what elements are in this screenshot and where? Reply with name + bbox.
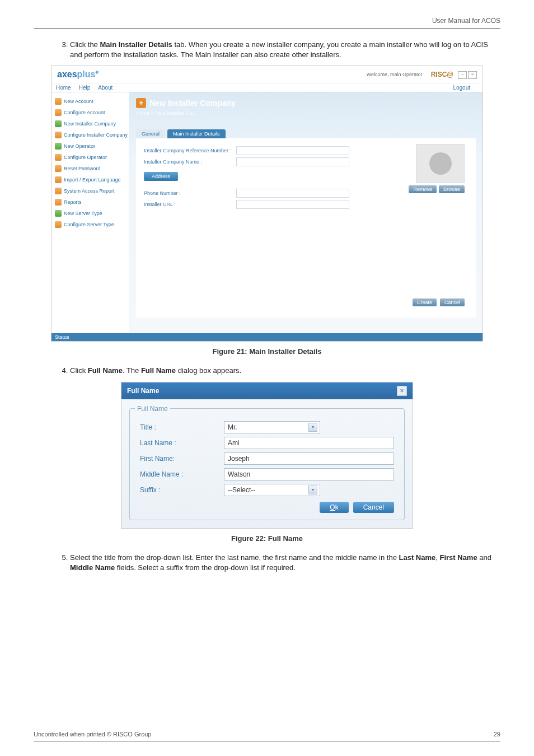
breadcrumb-text: Home > New Installer Co... — [136, 110, 196, 116]
s5-b2: First Name — [439, 553, 477, 562]
sidebar-item-reports[interactable]: Reports — [54, 197, 127, 208]
input-company-name[interactable] — [236, 157, 349, 166]
brand-part1: axes — [57, 69, 77, 79]
input-refnum[interactable] — [236, 146, 349, 155]
ok-button[interactable]: Ok — [320, 502, 348, 513]
minimize-icon[interactable]: – — [458, 71, 467, 79]
step-3: Click the Main Installer Details tab. Wh… — [70, 40, 500, 60]
browse-button[interactable]: Browse — [439, 185, 465, 193]
window-buttons[interactable]: –× — [457, 71, 477, 79]
input-middle-name[interactable]: Watson — [224, 468, 394, 480]
sidebar-item-reset-password[interactable]: Reset Password — [54, 163, 127, 174]
sidebar-item-new-server-type[interactable]: New Server Type — [54, 208, 127, 219]
fieldset-legend: Full Name — [135, 405, 405, 413]
label-last-name: Last Name : — [140, 439, 224, 447]
step-4: Click Full Name. The Full Name dialog bo… — [70, 366, 500, 376]
sidebar-label: Configure Account — [64, 110, 105, 115]
sidebar-label: Configure Installer Company — [64, 132, 128, 138]
sidebar-item-configure-server-type[interactable]: Configure Server Type — [54, 219, 127, 230]
plus-icon — [55, 120, 62, 127]
plus-icon — [55, 143, 62, 150]
s5-b1: Last Name — [399, 553, 435, 562]
photo-placeholder — [416, 144, 465, 183]
tab-general[interactable]: General — [136, 129, 165, 138]
select-title-value: Mr. — [228, 423, 237, 431]
label-middle-name: Middle Name : — [140, 470, 224, 478]
step3-pre: Click the — [70, 40, 100, 49]
window-titlebar: axesplus® Welcome, main Operator RISC@ –… — [51, 66, 483, 83]
select-suffix[interactable]: --Select--▾ — [224, 484, 320, 496]
cancel-button[interactable]: Cancel — [353, 502, 394, 513]
sidebar-item-configure-installer-company[interactable]: Configure Installer Company — [54, 129, 127, 141]
chevronair-down-icon

[interactable]: ▾ — [308, 486, 317, 494]
sidebar-label: Import / Export Language — [64, 177, 121, 183]
menu-about[interactable]: About — [98, 85, 113, 91]
sidebar-label: New Account — [64, 99, 93, 104]
logout-link[interactable]: Logout — [453, 85, 470, 91]
step3-bold: Main Installer Details — [100, 40, 172, 49]
create-button[interactable]: Create — [413, 298, 437, 306]
input-phone[interactable] — [236, 189, 349, 198]
label-url: Installer URL : — [144, 202, 236, 207]
gear-icon — [55, 221, 62, 228]
sidebar-label: Reports — [64, 199, 82, 205]
banner: + New Installer Company Home > New Insta… — [129, 92, 483, 126]
sidebar-label: Configure Server Type — [64, 222, 114, 227]
plus-icon — [55, 210, 62, 217]
menu-home[interactable]: Home — [56, 85, 71, 91]
chevron-down-icon[interactable]: ▾ — [308, 423, 317, 432]
account-icon — [55, 98, 62, 105]
sidebar-item-system-access-report[interactable]: System Access Report — [54, 185, 127, 197]
sidebar-item-new-account[interactable]: New Account — [54, 96, 127, 107]
input-url[interactable] — [236, 200, 349, 209]
globe-icon — [55, 176, 62, 183]
sidebar-item-import-export-language[interactable]: Import / Export Language — [54, 174, 127, 185]
sidebar-label: New Installer Company — [64, 121, 116, 127]
sidebar: New Account Configure Account New Instal… — [51, 92, 129, 333]
step-5: Select the title from the drop-down list… — [70, 553, 500, 573]
address-button[interactable]: Address — [144, 172, 178, 181]
remove-button[interactable]: Remove — [409, 185, 437, 193]
sidebar-item-configure-operator[interactable]: Configure Operator — [54, 152, 127, 163]
input-first-name[interactable]: Joseph — [224, 452, 394, 465]
sidebar-label: System Access Report — [64, 188, 115, 194]
step4-t1: Click — [70, 366, 88, 375]
brand-part2: plus — [77, 69, 96, 79]
input-last-name[interactable]: Ami — [224, 437, 394, 449]
select-title[interactable]: Mr.▾ — [224, 421, 320, 433]
screenshot-full-name-dialog: Full Name × Full Name Title : Mr.▾ Last … — [121, 382, 413, 529]
menu-help[interactable]: Help — [79, 85, 91, 91]
step4-b1: Full Name — [88, 366, 123, 375]
cancel-button[interactable]: Cancel — [440, 298, 465, 306]
sidebar-label: Configure Operator — [64, 155, 107, 160]
close-icon[interactable]: × — [468, 71, 477, 79]
welcome-text: Welcome, main Operator — [367, 72, 423, 77]
dialog-titlebar: Full Name × — [121, 382, 413, 399]
brand-logo: axesplus® — [57, 69, 99, 80]
label-title: Title : — [140, 423, 224, 431]
sidebar-item-configure-account[interactable]: Configure Account — [54, 107, 127, 118]
label-refnum: Installer Company Reference Number : — [144, 148, 236, 153]
close-icon[interactable]: × — [397, 386, 407, 396]
s5-t3: and — [477, 553, 491, 562]
silhouette-icon — [429, 152, 452, 175]
risco-logo: RISC@ — [431, 71, 453, 78]
brand-tm: ® — [95, 70, 99, 75]
sidebar-item-new-operator[interactable]: New Operator — [54, 141, 127, 152]
banner-title: + New Installer Company — [136, 98, 476, 108]
step4-t2: . The — [123, 366, 141, 375]
menubar[interactable]: Home Help About Logout — [51, 83, 483, 92]
label-first-name: First Name: — [140, 455, 224, 463]
footer-page-number: 29 — [494, 731, 500, 738]
figure-22-caption: Figure 22: Full Name — [34, 534, 500, 543]
plus-company-icon: + — [136, 98, 146, 108]
sidebar-item-new-installer-company[interactable]: New Installer Company — [54, 118, 127, 129]
doc-icon — [55, 199, 62, 206]
tab-main-installer-details[interactable]: Main Installer Details — [167, 129, 226, 138]
breadcrumb: Home > New Installer Co... — [136, 110, 476, 116]
select-suffix-value: --Select-- — [228, 486, 255, 494]
label-suffix: Suffix : — [140, 486, 224, 494]
status-bar: Status — [51, 333, 483, 341]
footer-left: Uncontrolled when printed © RISCO Group — [34, 731, 151, 738]
form-panel: Remove Browse Installer Company Referenc… — [136, 138, 476, 318]
